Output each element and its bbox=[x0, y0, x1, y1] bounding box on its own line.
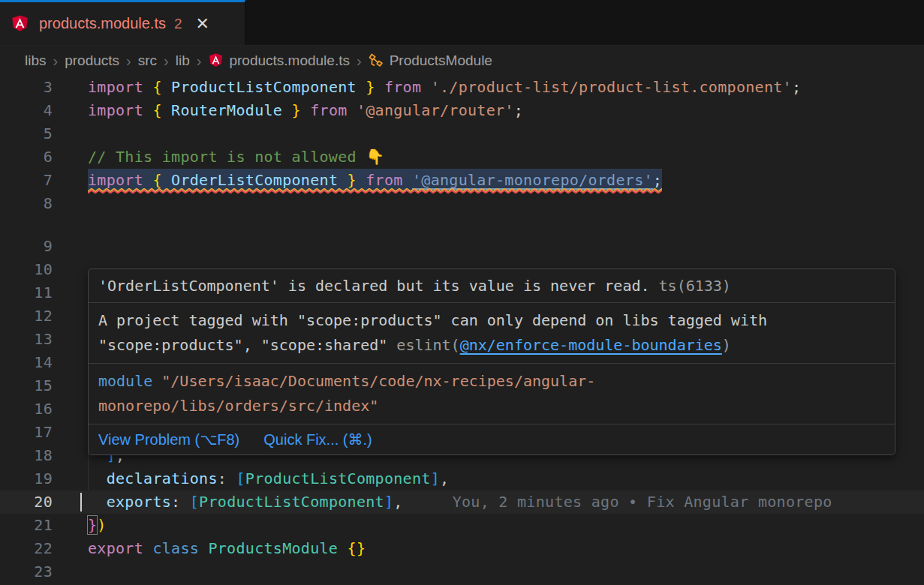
line-number-4[interactable]: 4 bbox=[0, 99, 53, 122]
chevron-right-icon: › bbox=[357, 52, 362, 70]
indent-guide bbox=[88, 467, 89, 490]
code-line-22[interactable]: 22export class ProductsModule {} bbox=[0, 537, 924, 560]
code-line-23[interactable]: 23 bbox=[0, 560, 924, 584]
hover-action-bar: View Problem (⌥F8) Quick Fix... (⌘.) bbox=[89, 424, 895, 454]
line-number-9[interactable]: 9 bbox=[0, 235, 53, 258]
diagnostic-hover-popup: 'OrderListComponent' is declared but its… bbox=[88, 268, 895, 455]
close-icon[interactable]: ✕ bbox=[196, 16, 209, 32]
view-problem-button[interactable]: View Problem (⌥F8) bbox=[98, 430, 239, 448]
code-line-19[interactable]: 19 declarations: [ProductListComponent], bbox=[0, 467, 924, 490]
line-code: exports: [ProductListComponent],You, 2 m… bbox=[88, 490, 832, 514]
token: ; bbox=[653, 171, 662, 189]
line-number-14[interactable]: 14 bbox=[0, 351, 53, 374]
line-number-15[interactable]: 15 bbox=[0, 374, 53, 398]
token: '@angular/router' bbox=[357, 101, 514, 119]
code-line-3[interactable]: 3import { ProductListComponent } from '.… bbox=[0, 76, 924, 99]
token: { bbox=[152, 171, 171, 189]
line-number-11[interactable]: 11 bbox=[0, 281, 53, 304]
git-blame-annotation: You, 2 minutes ago • Fix Angular monorep… bbox=[453, 493, 832, 511]
token: [ bbox=[190, 493, 199, 511]
line-number-18[interactable]: 18 bbox=[0, 444, 53, 467]
token: ; bbox=[792, 78, 801, 96]
token: { bbox=[152, 78, 171, 96]
line-number-3[interactable]: 3 bbox=[0, 76, 53, 99]
breadcrumb-item-src[interactable]: src bbox=[138, 52, 157, 69]
angular-icon bbox=[11, 14, 29, 33]
token bbox=[338, 539, 347, 557]
breadcrumb-item-symbol[interactable]: ProductsModule bbox=[369, 52, 492, 69]
token: } bbox=[88, 516, 97, 534]
token: , bbox=[393, 493, 402, 511]
token bbox=[88, 470, 107, 488]
code-line-6[interactable]: 6// This import is not allowed 👇 bbox=[0, 146, 924, 169]
quick-fix-button[interactable]: Quick Fix... (⌘.) bbox=[263, 430, 372, 448]
code-line-5[interactable]: 5 bbox=[0, 122, 924, 146]
tab-products-module[interactable]: products.module.ts 2 ✕ bbox=[0, 0, 245, 45]
chevron-right-icon: › bbox=[53, 52, 59, 70]
line-number-23[interactable]: 23 bbox=[0, 560, 53, 584]
code-line-8[interactable]: 8 bbox=[0, 192, 924, 215]
token: { bbox=[152, 101, 171, 119]
token: {} bbox=[348, 539, 366, 557]
line-number-20[interactable]: 20 bbox=[0, 490, 53, 514]
token: ProductListComponent bbox=[199, 493, 384, 511]
angular-icon bbox=[208, 52, 224, 68]
eslint-rule-link[interactable]: @nx/enforce-module-boundaries bbox=[460, 336, 722, 354]
token: RouterModule bbox=[171, 101, 282, 119]
line-number-16[interactable]: 16 bbox=[0, 398, 53, 421]
line-code: export class ProductsModule {} bbox=[88, 537, 366, 560]
tab-bar: products.module.ts 2 ✕ bbox=[0, 0, 924, 46]
token: OrderListComponent bbox=[171, 171, 338, 189]
tab-title: products.module.ts bbox=[39, 15, 166, 32]
token: from bbox=[301, 101, 357, 119]
code-editor[interactable]: 3import { ProductListComponent } from '.… bbox=[0, 76, 924, 584]
token: './product-list/product-list.component' bbox=[431, 78, 792, 96]
token: ) bbox=[97, 516, 106, 534]
line-code: }) bbox=[88, 514, 107, 537]
token: ProductListComponent bbox=[171, 78, 357, 96]
token: ProductsModule bbox=[208, 539, 338, 557]
line-code: import { OrderListComponent } from '@ang… bbox=[88, 169, 662, 192]
token bbox=[88, 493, 107, 511]
eslint-diagnostic-message: A project tagged with "scope:products" c… bbox=[89, 303, 895, 364]
token: declarations bbox=[107, 470, 218, 488]
line-number-5[interactable]: 5 bbox=[0, 122, 53, 146]
breadcrumb-item-products[interactable]: products bbox=[65, 52, 119, 69]
error-highlight-range: import { OrderListComponent } from '@ang… bbox=[88, 169, 662, 192]
vscode-window: products.module.ts 2 ✕ libs › products ›… bbox=[0, 0, 924, 585]
breadcrumb-item-libs[interactable]: libs bbox=[25, 52, 47, 69]
line-number-8[interactable]: 8 bbox=[0, 192, 53, 215]
line-number-12[interactable]: 12 bbox=[0, 304, 53, 328]
code-line-9[interactable]: 9 bbox=[0, 235, 924, 258]
token: } bbox=[338, 171, 357, 189]
line-number-19[interactable]: 19 bbox=[0, 467, 53, 490]
code-line-21[interactable]: 21}) bbox=[0, 514, 924, 537]
breadcrumb-item-lib[interactable]: lib bbox=[176, 52, 190, 69]
line-code: declarations: [ProductListComponent], bbox=[88, 467, 449, 490]
token: ] bbox=[384, 493, 393, 511]
breadcrumb: libs › products › src › lib › products.m… bbox=[0, 46, 924, 76]
line-code: import { ProductListComponent } from './… bbox=[88, 76, 801, 99]
line-number-22[interactable]: 22 bbox=[0, 537, 53, 560]
code-line-4[interactable]: 4import { RouterModule } from '@angular/… bbox=[0, 99, 924, 122]
code-line-20[interactable]: 20 exports: [ProductListComponent],You, … bbox=[0, 490, 924, 514]
tab-problem-count: 2 bbox=[174, 16, 182, 32]
token: '@angular-monorepo/orders' bbox=[412, 171, 653, 189]
line-number-17[interactable]: 17 bbox=[0, 421, 53, 444]
chevron-right-icon: › bbox=[197, 52, 202, 70]
line-number-6[interactable]: 6 bbox=[0, 146, 53, 169]
line-number-13[interactable]: 13 bbox=[0, 328, 53, 351]
chevron-right-icon: › bbox=[126, 52, 131, 70]
line-code: import { RouterModule } from '@angular/r… bbox=[88, 99, 523, 122]
breadcrumb-item-file[interactable]: products.module.ts bbox=[208, 52, 350, 69]
token: ] bbox=[431, 470, 440, 488]
token: class bbox=[152, 539, 208, 557]
ts-error-code: ts(6133) bbox=[659, 277, 731, 295]
ts-diagnostic-message: 'OrderListComponent' is declared but its… bbox=[89, 269, 895, 303]
line-number-21[interactable]: 21 bbox=[0, 514, 53, 537]
token: [ bbox=[236, 470, 245, 488]
line-number-10[interactable]: 10 bbox=[0, 258, 53, 281]
line-number-7[interactable]: 7 bbox=[0, 169, 53, 192]
token: , bbox=[440, 470, 449, 488]
code-line-7[interactable]: 7import { OrderListComponent } from '@an… bbox=[0, 169, 924, 192]
